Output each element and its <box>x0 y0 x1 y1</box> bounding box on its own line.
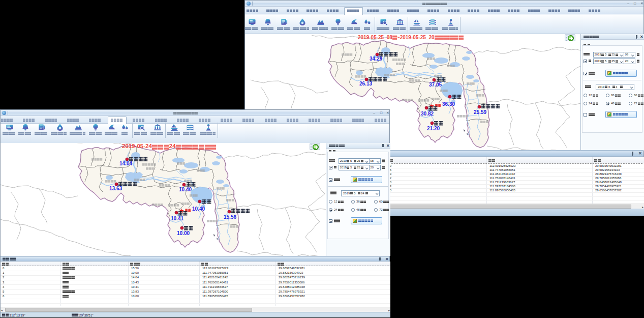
svg-text:30.82: 30.82 <box>421 111 434 117</box>
svg-text:10.41: 10.41 <box>171 216 183 221</box>
svg-text:10.00: 10.00 <box>177 230 190 236</box>
svg-text:10.40: 10.40 <box>192 206 205 212</box>
svg-text:10.40: 10.40 <box>179 187 192 192</box>
svg-text:26.13: 26.13 <box>359 81 372 86</box>
svg-text:25.59: 25.59 <box>474 109 486 115</box>
svg-text:15.56: 15.56 <box>224 214 236 220</box>
svg-text:36.30: 36.30 <box>442 101 455 107</box>
svg-text:34.29: 34.29 <box>370 56 382 62</box>
svg-text:37.05: 37.05 <box>429 82 442 88</box>
svg-text:13.63: 13.63 <box>109 186 122 191</box>
svg-text:21.20: 21.20 <box>427 126 440 131</box>
svg-text:14.04: 14.04 <box>119 161 132 166</box>
